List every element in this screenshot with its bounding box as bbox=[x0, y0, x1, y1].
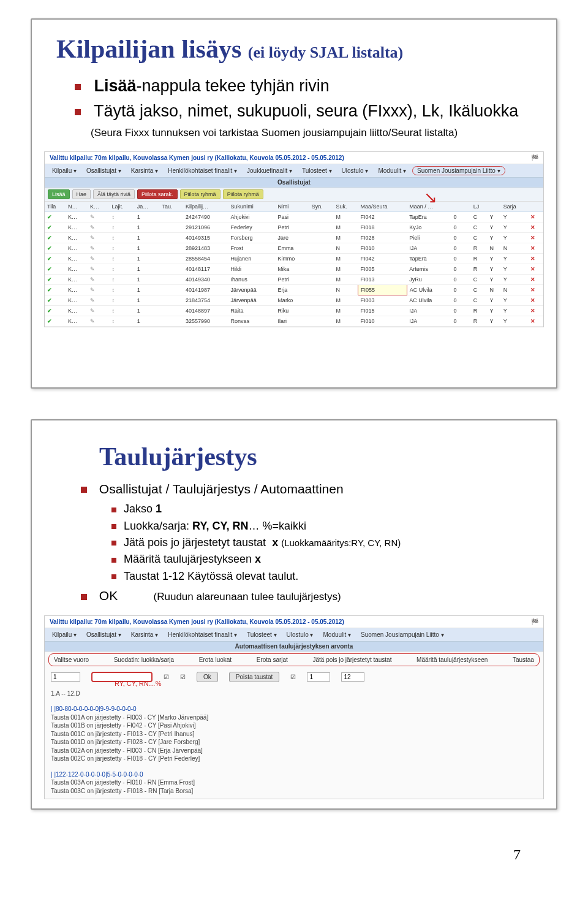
menu-item[interactable]: Kilpailu ▾ bbox=[48, 166, 80, 175]
menu-item[interactable]: Karsinta ▾ bbox=[127, 166, 162, 175]
bullet-icon bbox=[111, 508, 116, 512]
bullet-icon bbox=[75, 109, 81, 115]
t: Määritä taulujärjestykseen x bbox=[124, 553, 261, 565]
search-button[interactable]: Hae bbox=[72, 189, 91, 199]
log-line: Tausta 003C on järjestetty - FI018 - RN … bbox=[51, 787, 537, 796]
bullet-2: Täytä jakso, nimet, sukupuoli, seura (FI… bbox=[75, 101, 538, 122]
log-line: Tausta 002C on järjestetty - FI018 - CY … bbox=[51, 755, 537, 763]
to-input[interactable] bbox=[341, 672, 364, 682]
menu-item[interactable]: Ulostulo ▾ bbox=[338, 166, 372, 175]
menu-item[interactable]: Joukkuefinaalit ▾ bbox=[243, 166, 296, 175]
bullet-sub: Taustat 1-12 Käytössä olevat taulut. bbox=[111, 569, 538, 584]
table-row[interactable]: ✔K…✎↕140148117HildiMikaMFI005Artemis0RYY… bbox=[45, 264, 543, 275]
table-row[interactable]: ✔K…✎↕128558454HujanenKimmoMFI042TapErä0R… bbox=[45, 254, 543, 264]
lbl: Valitse vuoro bbox=[54, 656, 89, 663]
sc1-menu: Kilpailu ▾ Osallistujat ▾ Karsinta ▾ Hen… bbox=[45, 164, 543, 178]
bullet-icon bbox=[81, 487, 87, 493]
table-row[interactable]: ✔K…✎↕140149340IhanusPetriMFI013JyRu0CYY✕ bbox=[45, 275, 543, 285]
sc1-title: Valittu kilpailu: 70m kilpailu, Kouvolas… bbox=[50, 154, 344, 161]
participants-table: TilaN…K…Lajit.Ja…Tau.Kilpailij…SukunimiN… bbox=[45, 202, 543, 327]
log-line: Tausta 001C on järjestetty - FI013 - CY … bbox=[51, 730, 537, 739]
bullet-1-strong: Lisää bbox=[94, 77, 137, 95]
screenshot-1: Valittu kilpailu: 70m kilpailu, Kouvolas… bbox=[44, 151, 544, 327]
table-row[interactable]: ✔K…✎↕129121096FederleyPetriMFI018KyJo0CY… bbox=[45, 222, 543, 233]
menu-item-highlighted[interactable]: Suomen Jousiampujain Liitto ▾ bbox=[412, 166, 505, 175]
log-line: Tausta 001B on järjestetty - FI042 - CY … bbox=[51, 721, 537, 730]
table-row[interactable]: ✔K…✎↕121843754JärvenpääMarkoMFI003AC Ulv… bbox=[45, 295, 543, 306]
bullet-icon bbox=[111, 558, 116, 563]
log-hdr: | |80-80-0-0-0-0-0|9-9-9-0-0-0-0 bbox=[51, 705, 537, 713]
lbl: Erota sarjat bbox=[257, 656, 288, 663]
bullet-2-sub: (Seura Fixxx tunnuksen voi tarkistaa Suo… bbox=[91, 126, 538, 140]
table-row[interactable]: ✔K…✎↕140148897RaitaRikuMFI015IJA0RYY✕ bbox=[45, 306, 543, 316]
checkbox[interactable]: ☑ bbox=[180, 674, 186, 680]
ok-note: (Ruudun alareunaan tulee taulujärjestys) bbox=[154, 591, 341, 603]
log-line: Tausta 002A on järjestetty - FI003 - CN … bbox=[51, 747, 537, 755]
flag-icon: 🏁 bbox=[531, 618, 538, 625]
menu-item[interactable]: Henkilökohtaiset finaalit ▾ bbox=[164, 630, 241, 639]
menu-item[interactable]: Henkilökohtaiset finaalit ▾ bbox=[164, 166, 241, 175]
table-row[interactable]: ✔K…✎↕140141987JärvenpääErjaNFI055AC Ulvi… bbox=[45, 285, 543, 295]
menu-item[interactable]: Karsinta ▾ bbox=[127, 630, 162, 639]
bullet-ok: OK (Ruudun alareunaan tulee taulujärjest… bbox=[81, 587, 538, 604]
table-row[interactable]: ✔K…✎↕140149315ForsbergJareMFI028Pieli0CY… bbox=[45, 233, 543, 243]
toolbar-button[interactable]: Älä täytä riviä bbox=[93, 189, 135, 199]
menu-item[interactable]: Moduulit ▾ bbox=[319, 630, 355, 639]
bullet-1-text: -nappula tekee tyhjän rivin bbox=[137, 77, 330, 95]
bullet-1: Lisää-nappula tekee tyhjän rivin bbox=[75, 75, 538, 97]
bullet-icon bbox=[75, 84, 81, 90]
bullet-icon bbox=[111, 524, 116, 529]
lbl: Suodatin: luokka/sarja bbox=[114, 656, 174, 663]
menu-item[interactable]: Tulosteet ▾ bbox=[298, 166, 336, 175]
from-input[interactable] bbox=[307, 672, 330, 682]
menu-item[interactable]: Moduulit ▾ bbox=[374, 166, 410, 175]
bullet-icon bbox=[111, 541, 116, 546]
sc1-header: Valittu kilpailu: 70m kilpailu, Kouvolas… bbox=[45, 152, 543, 164]
lbl: Määritä taulujärjestykseen bbox=[417, 656, 488, 663]
slide-2: Taulujärjestys Osallistujat / Taulujärje… bbox=[31, 419, 557, 810]
menu-item[interactable]: Osallistujat ▾ bbox=[83, 166, 125, 175]
slide-1: Kilpailijan lisäys (ei löydy SJAL listal… bbox=[31, 18, 557, 389]
checkbox[interactable]: ☑ bbox=[290, 674, 296, 680]
page-number: 7 bbox=[31, 840, 557, 881]
log-line: Tausta 003A on järjestetty - FI010 - RN … bbox=[51, 778, 537, 787]
bullet-sub: Jätä pois jo järjestetyt taustat x (Luok… bbox=[111, 536, 538, 550]
slide1-title: Kilpailijan lisäys (ei löydy SJAL listal… bbox=[56, 35, 538, 63]
sc1-toolbar: Lisää Hae Älä täytä riviä Piilota sarak.… bbox=[45, 188, 543, 202]
table-row[interactable]: ✔K…✎↕128921483FrostEmmaNFI010IJA0RNN✕ bbox=[45, 243, 543, 254]
sc2-log1: | |80-80-0-0-0-0-0|9-9-9-0-0-0-0 Tausta … bbox=[45, 701, 543, 767]
ok-text: OK bbox=[99, 588, 118, 603]
t: Jätä pois jo järjestetyt taustat x (Luok… bbox=[124, 536, 401, 549]
menu-item[interactable]: Suomen Jousiampujain Liitto ▾ bbox=[357, 630, 448, 639]
title-main: Kilpailijan lisäys bbox=[56, 35, 241, 63]
clear-button[interactable]: Poista taustat bbox=[229, 672, 280, 682]
t: Jakso 1 bbox=[124, 503, 162, 515]
t: Taustat 1-12 Käytössä olevat taulut. bbox=[124, 570, 298, 582]
table-row[interactable]: ✔K…✎↕124247490AhjokiviPasiMFI042TapEra0C… bbox=[45, 212, 543, 222]
toolbar-button[interactable]: Piilota ryhmä bbox=[180, 189, 221, 199]
toolbar-button[interactable]: Piilota sarak. bbox=[137, 189, 178, 199]
t: … %=kaikki bbox=[248, 520, 306, 532]
checkbox[interactable]: ☑ bbox=[164, 674, 169, 680]
lbl: Jätä pois jo järjestetyt taustat bbox=[313, 656, 392, 663]
toolbar-button[interactable]: Piilota ryhmä bbox=[223, 189, 263, 199]
t: Luokka/sarja: bbox=[124, 520, 192, 532]
sc2-labels-row: Valitse vuoro Suodatin: luokka/sarja Ero… bbox=[48, 653, 540, 666]
menu-item[interactable]: Tulosteet ▾ bbox=[243, 630, 281, 639]
bullet-sub: Jakso 1 bbox=[111, 502, 538, 516]
sc2-title: Valittu kilpailu: 70m kilpailu, Kouvolas… bbox=[50, 618, 344, 625]
bullet-icon bbox=[111, 574, 116, 579]
add-button[interactable]: Lisää bbox=[48, 189, 70, 199]
menu-item[interactable]: Ulostulo ▾ bbox=[283, 630, 317, 639]
filter-annotation: RY, CY, RN…% bbox=[115, 680, 161, 687]
ok-button[interactable]: Ok bbox=[197, 672, 218, 682]
sc2-footer: 1.A -- 12.D bbox=[45, 686, 543, 702]
phase-input[interactable] bbox=[51, 672, 80, 682]
sc2-log2: | |122-122-0-0-0-0-0|5-5-0-0-0-0-0 Taust… bbox=[45, 767, 543, 799]
menu-item[interactable]: Kilpailu ▾ bbox=[48, 630, 80, 639]
sc1-banner: Osallistujat bbox=[45, 178, 543, 188]
table-row[interactable]: ✔K…✎↕132557990RonvasIlariMFI010IJA0RYY✕ bbox=[45, 316, 543, 327]
menu-item[interactable]: Osallistujat ▾ bbox=[83, 630, 125, 639]
t-bold: RY, CY, RN bbox=[192, 520, 248, 532]
title-sub: (ei löydy SJAL listalta) bbox=[248, 44, 404, 61]
